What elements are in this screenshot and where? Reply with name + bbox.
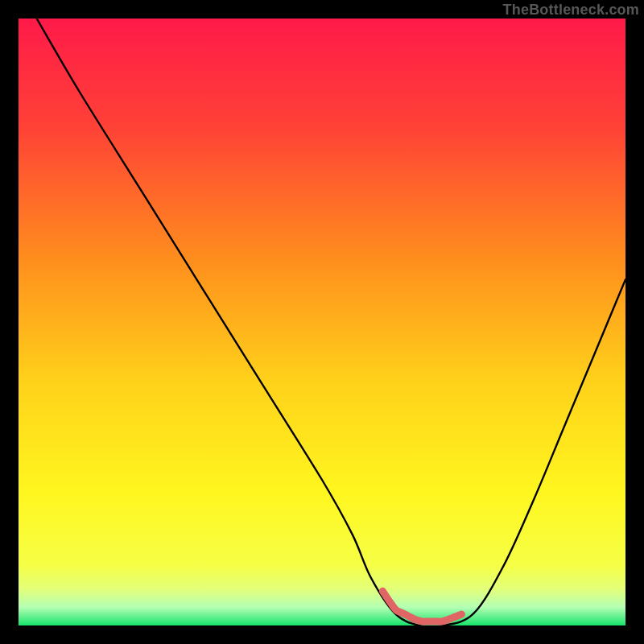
bottleneck-curve [19,19,625,625]
chart-frame [19,19,625,625]
plot-area [19,19,625,625]
attribution-watermark: TheBottleneck.com [503,2,639,19]
